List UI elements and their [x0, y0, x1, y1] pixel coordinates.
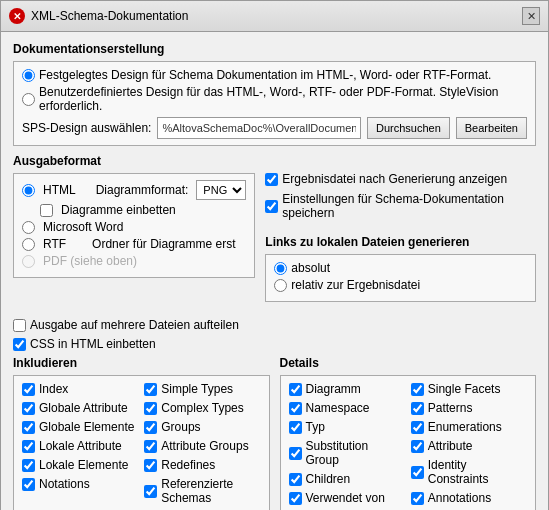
relativ-row: relativ zur Ergebnisdatei — [274, 278, 527, 292]
incl-c2-checkbox-4[interactable] — [144, 459, 157, 472]
incl-c2-checkbox-3[interactable] — [144, 440, 157, 453]
incl-c1-label-5[interactable]: Notations — [39, 477, 90, 491]
einstellungen-label[interactable]: Einstellungen für Schema-Dokumentation s… — [282, 192, 536, 220]
incl-c2-label-1[interactable]: Complex Types — [161, 401, 243, 415]
close-button[interactable]: ✕ — [522, 7, 540, 25]
ergebnis-checkbox[interactable] — [265, 173, 278, 186]
det-c2-label-0[interactable]: Single Facets — [428, 382, 501, 396]
det-c1-checkbox-5[interactable] — [289, 492, 302, 505]
det-c2-checkbox-5[interactable] — [411, 492, 424, 505]
html-radio[interactable] — [22, 184, 35, 197]
incl-c1-checkbox-1[interactable] — [22, 402, 35, 415]
det-c2-label-3[interactable]: Attribute — [428, 439, 473, 453]
det-c1-checkbox-4[interactable] — [289, 473, 302, 486]
incl-c1-label-0[interactable]: Index — [39, 382, 68, 396]
festgelegtes-radio[interactable] — [22, 69, 35, 82]
det-c2-label-2[interactable]: Enumerations — [428, 420, 502, 434]
incl-c2-label-3[interactable]: Attribute Groups — [161, 439, 248, 453]
det-c1-checkbox-0[interactable] — [289, 383, 302, 396]
absolut-radio[interactable] — [274, 262, 287, 275]
ausgabe-section: HTML Diagrammformat: PNG Diagramme einbe… — [13, 173, 255, 278]
rtf-row: RTF Ordner für Diagramme erst — [22, 237, 246, 251]
det-c2-checkbox-0[interactable] — [411, 383, 424, 396]
dialog-title: XML-Schema-Dokumentation — [31, 9, 188, 23]
benutzerdefiniertes-label[interactable]: Benutzerdefiniertes Design für das HTML-… — [39, 85, 527, 113]
details-col1: DiagrammNamespaceTypSubstitution GroupCh… — [289, 382, 405, 510]
einstellungen-checkbox[interactable] — [265, 200, 278, 213]
incl-c1-label-1[interactable]: Globale Attribute — [39, 401, 128, 415]
det-c2-checkbox-4[interactable] — [411, 466, 424, 479]
ausgabe-mehrere-label[interactable]: Ausgabe auf mehrere Dateien aufteilen — [30, 318, 239, 332]
radio-row-1: Festgelegtes Design für Schema Dokumenta… — [22, 68, 527, 82]
det-c1-label-2[interactable]: Typ — [306, 420, 325, 434]
rtf-radio[interactable] — [22, 238, 35, 251]
main-content: Dokumentationserstellung Festgelegtes De… — [1, 32, 548, 510]
det-c2-checkbox-1[interactable] — [411, 402, 424, 415]
css-checkbox[interactable] — [13, 338, 26, 351]
absolut-label[interactable]: absolut — [291, 261, 330, 275]
durchsuchen-button[interactable]: Durchsuchen — [367, 117, 450, 139]
ergebnis-label[interactable]: Ergebnisdatei nach Generierung anzeigen — [282, 172, 507, 186]
list-item: Referenzierte Schemas — [144, 477, 260, 505]
det-c2-label-4[interactable]: Identity Constraints — [428, 458, 527, 486]
incl-c1-checkbox-4[interactable] — [22, 459, 35, 472]
incl-c2-label-2[interactable]: Groups — [161, 420, 200, 434]
msword-label[interactable]: Microsoft Word — [43, 220, 123, 234]
det-c1-checkbox-3[interactable] — [289, 447, 302, 460]
relativ-radio[interactable] — [274, 279, 287, 292]
diagramme-einbetten-label[interactable]: Diagramme einbetten — [61, 203, 176, 217]
incl-c2-checkbox-2[interactable] — [144, 421, 157, 434]
bearbeiten-button[interactable]: Bearbeiten — [456, 117, 527, 139]
ausgabe-mehrere-row: Ausgabe auf mehrere Dateien aufteilen — [13, 318, 239, 332]
det-c2-label-1[interactable]: Patterns — [428, 401, 473, 415]
css-cb-row: CSS in HTML einbetten — [13, 337, 536, 351]
pdf-radio[interactable] — [22, 255, 35, 268]
incl-c1-label-2[interactable]: Globale Elemente — [39, 420, 134, 434]
ausgabe-mehrere-checkbox[interactable] — [13, 319, 26, 332]
incl-c2-checkbox-5[interactable] — [144, 485, 157, 498]
details-label: Details — [280, 356, 537, 370]
det-c2-label-5[interactable]: Annotations — [428, 491, 491, 505]
relativ-label[interactable]: relativ zur Ergebnisdatei — [291, 278, 420, 292]
list-item: Groups — [144, 420, 260, 434]
incl-c1-checkbox-3[interactable] — [22, 440, 35, 453]
incl-c2-checkbox-0[interactable] — [144, 383, 157, 396]
det-c1-label-0[interactable]: Diagramm — [306, 382, 361, 396]
list-item: Notations — [22, 477, 138, 491]
det-c1-label-5[interactable]: Verwendet von — [306, 491, 385, 505]
list-item: Patterns — [411, 401, 527, 415]
incl-c1-checkbox-0[interactable] — [22, 383, 35, 396]
det-c1-label-1[interactable]: Namespace — [306, 401, 370, 415]
incl-c1-label-3[interactable]: Lokale Attribute — [39, 439, 122, 453]
det-c1-label-4[interactable]: Children — [306, 472, 351, 486]
title-bar: ✕ XML-Schema-Dokumentation ✕ — [1, 1, 548, 32]
incl-c1-checkbox-5[interactable] — [22, 478, 35, 491]
details-two-col: DiagrammNamespaceTypSubstitution GroupCh… — [289, 382, 528, 510]
incl-c2-label-4[interactable]: Redefines — [161, 458, 215, 472]
details-box: DiagrammNamespaceTypSubstitution GroupCh… — [280, 375, 537, 510]
list-item: Lokale Elemente — [22, 458, 138, 472]
msword-radio[interactable] — [22, 221, 35, 234]
det-c1-label-3[interactable]: Substitution Group — [306, 439, 405, 467]
det-c1-checkbox-2[interactable] — [289, 421, 302, 434]
diagramme-einbetten-checkbox[interactable] — [40, 204, 53, 217]
incl-c1-checkbox-2[interactable] — [22, 421, 35, 434]
benutzerdefiniertes-radio[interactable] — [22, 93, 35, 106]
html-label[interactable]: HTML — [43, 183, 76, 197]
incl-c2-checkbox-1[interactable] — [144, 402, 157, 415]
festgelegtes-label[interactable]: Festgelegtes Design für Schema Dokumenta… — [39, 68, 491, 82]
diagrammformat-select[interactable]: PNG — [196, 180, 246, 200]
absolut-row: absolut — [274, 261, 527, 275]
sps-input[interactable] — [157, 117, 361, 139]
det-c2-checkbox-3[interactable] — [411, 440, 424, 453]
dokumentation-label: Dokumentationserstellung — [13, 42, 536, 56]
det-c1-checkbox-1[interactable] — [289, 402, 302, 415]
incl-c1-label-4[interactable]: Lokale Elemente — [39, 458, 128, 472]
rtf-label[interactable]: RTF — [43, 237, 66, 251]
det-c2-checkbox-2[interactable] — [411, 421, 424, 434]
incl-c2-label-0[interactable]: Simple Types — [161, 382, 233, 396]
ausgabe-col: Ausgabeformat HTML Diagrammformat: PNG D… — [13, 154, 255, 310]
css-label[interactable]: CSS in HTML einbetten — [30, 337, 156, 351]
pdf-label: PDF (siehe oben) — [43, 254, 137, 268]
incl-c2-label-5[interactable]: Referenzierte Schemas — [161, 477, 260, 505]
